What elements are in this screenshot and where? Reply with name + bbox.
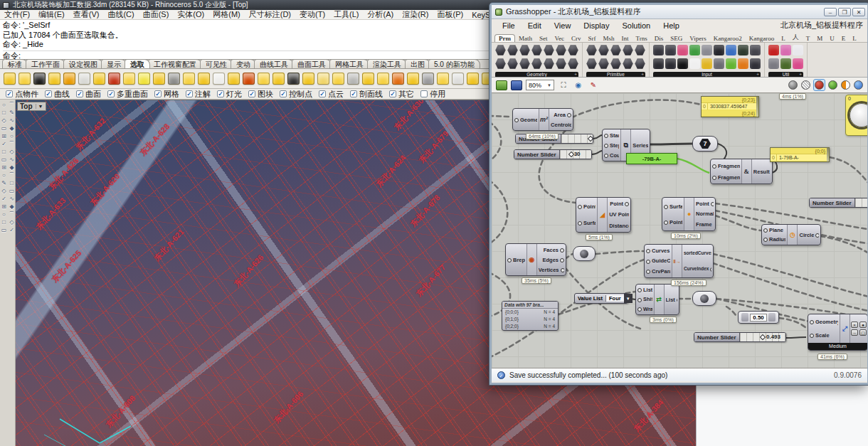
side-toolbar-icon[interactable]: ∿ bbox=[8, 156, 16, 164]
side-toolbar-icon[interactable]: □ bbox=[0, 148, 8, 156]
output-port[interactable]: UV Point bbox=[609, 211, 629, 218]
gh-title-bar[interactable]: Grasshopper - 北京机场_铝板提料程序 – ❐ ✕ bbox=[492, 5, 867, 19]
rhino-toolbar-icon[interactable] bbox=[123, 73, 135, 85]
viewport-title[interactable]: Top▼ bbox=[17, 102, 46, 111]
output-port[interactable]: Distance bbox=[609, 223, 629, 229]
gh-category-tab[interactable]: Prm bbox=[494, 34, 515, 42]
side-toolbar-icon[interactable]: ✓ bbox=[0, 195, 8, 203]
input-port[interactable]: Plane bbox=[763, 227, 785, 233]
input-icon[interactable] bbox=[738, 58, 748, 69]
side-toolbar-icon[interactable]: □ bbox=[0, 218, 8, 226]
side-toolbar-icon[interactable]: ◆ bbox=[8, 124, 16, 132]
side-toolbar-icon[interactable]: ▭ bbox=[8, 187, 16, 195]
gh-category-tab[interactable]: SEG bbox=[667, 35, 686, 42]
geometry-icon[interactable] bbox=[495, 58, 506, 69]
rhino-menu-item[interactable]: 渲染(R) bbox=[398, 9, 433, 20]
side-toolbar-icon[interactable]: ⌒ bbox=[8, 171, 16, 179]
rhino-toolbar-tab[interactable]: 标准 bbox=[2, 60, 28, 68]
number-param[interactable]: 0.50 bbox=[738, 311, 779, 324]
side-toolbar-icon[interactable]: ⊞ bbox=[0, 203, 8, 211]
geometry-icon[interactable] bbox=[556, 45, 566, 55]
rhino-toolbar-tab[interactable]: 工作视窗配置 bbox=[148, 60, 202, 68]
gh-menu-file[interactable]: File bbox=[496, 21, 522, 30]
geometry-icon[interactable] bbox=[544, 58, 554, 69]
rhino-toolbar-tab[interactable]: 可见性 bbox=[200, 60, 233, 68]
rhino-menu-item[interactable]: 尺寸标注(D) bbox=[245, 9, 295, 20]
rhino-toolbar-icon[interactable] bbox=[198, 73, 210, 85]
rhino-menu-item[interactable]: 网格(M) bbox=[208, 9, 245, 20]
rhino-toolbar-tab[interactable]: 网格工具 bbox=[329, 60, 369, 68]
rhino-toolbar-icon[interactable] bbox=[287, 73, 300, 85]
input-port[interactable]: Point bbox=[578, 203, 596, 210]
util-icon[interactable] bbox=[793, 45, 803, 55]
rhino-toolbar-icon[interactable] bbox=[258, 73, 270, 85]
rhino-toolbar-icon[interactable] bbox=[48, 73, 60, 85]
input-icon[interactable] bbox=[653, 58, 664, 69]
rhino-toolbar-tab[interactable]: 工作平面 bbox=[26, 60, 65, 68]
side-toolbar-icon[interactable]: ∿ bbox=[8, 195, 16, 203]
rhino-toolbar-icon[interactable] bbox=[63, 73, 75, 85]
gh-category-tab[interactable]: Kangaroo2 bbox=[710, 35, 746, 42]
gh-category-tab[interactable]: Math bbox=[515, 35, 536, 42]
input-port[interactable]: Geometry bbox=[810, 319, 838, 325]
surface-closest-point-component[interactable]: PointSurface ◢ PointUV PointDistance bbox=[576, 197, 631, 233]
input-port[interactable]: Fragment A bbox=[712, 163, 740, 169]
input-icon[interactable] bbox=[689, 58, 700, 69]
input-icon[interactable] bbox=[726, 45, 736, 55]
geometry-icon[interactable] bbox=[519, 58, 530, 69]
geometry-icon[interactable] bbox=[531, 58, 542, 69]
save-file-button[interactable] bbox=[511, 80, 522, 90]
input-port[interactable]: Start bbox=[604, 132, 619, 139]
rhino-toolbar-icon[interactable] bbox=[272, 73, 285, 85]
grasshopper-window[interactable]: Grasshopper - 北京机场_铝板提料程序 – ❐ ✕ File Edi… bbox=[489, 3, 868, 385]
shift-list-component[interactable]: ListShiftWrap ⇄ List bbox=[635, 284, 679, 315]
side-toolbar-icon[interactable]: ✎ bbox=[8, 109, 16, 117]
sketch-pen-button[interactable]: ✎ bbox=[588, 80, 599, 90]
rhino-menu-item[interactable]: 曲线(C) bbox=[103, 9, 138, 20]
checkbox[interactable]: ✓ bbox=[319, 90, 326, 97]
primitive-icon[interactable] bbox=[610, 45, 621, 55]
input-port[interactable]: Shift bbox=[637, 296, 652, 302]
geometry-icon[interactable] bbox=[531, 45, 542, 55]
gh-category-tab[interactable]: L bbox=[778, 35, 789, 42]
util-icon[interactable] bbox=[780, 58, 791, 69]
rhino-toolbar-icon[interactable] bbox=[138, 73, 150, 85]
rhino-menu-item[interactable]: 面板(P) bbox=[433, 9, 467, 20]
input-port[interactable]: Step bbox=[604, 142, 619, 149]
side-toolbar-icon[interactable]: ◇ bbox=[0, 117, 8, 124]
output-port[interactable]: Point bbox=[696, 201, 714, 207]
side-toolbar-icon[interactable]: □ bbox=[0, 109, 8, 117]
rhino-toolbar-icon[interactable] bbox=[407, 73, 419, 85]
input-port[interactable]: CrvParam bbox=[646, 268, 670, 275]
side-toolbar-icon[interactable]: ⊞ bbox=[0, 164, 8, 171]
minimize-button[interactable]: – bbox=[824, 8, 837, 16]
input-icon[interactable] bbox=[714, 58, 724, 69]
input-port[interactable]: Wrap bbox=[637, 306, 652, 312]
rhino-menu-item[interactable]: 实体(O) bbox=[173, 9, 208, 20]
slider-track[interactable]: 30 bbox=[560, 150, 591, 159]
rhino-toolbar-icon[interactable] bbox=[347, 73, 359, 85]
input-port[interactable]: Surface bbox=[664, 203, 682, 210]
slider-track[interactable] bbox=[561, 134, 593, 143]
osnap-item[interactable]: ✓其它 bbox=[389, 89, 414, 100]
primitive-icon[interactable] bbox=[623, 58, 633, 69]
checkbox[interactable]: ✓ bbox=[107, 90, 115, 97]
preview-wireframe-gem-button[interactable] bbox=[801, 80, 810, 90]
rhino-menu-item[interactable]: 查看(V) bbox=[69, 9, 104, 20]
slider-grip[interactable] bbox=[760, 334, 766, 340]
checkbox[interactable]: ✓ bbox=[154, 90, 162, 97]
rhino-toolbar-tab[interactable]: 曲线工具 bbox=[254, 60, 294, 68]
input-port[interactable]: Brep bbox=[507, 257, 525, 263]
osnap-item[interactable]: ✓注解 bbox=[186, 89, 211, 100]
data-viewer-panel[interactable]: Data with 97 bra... {0;0;0}N = 4 {0;1;0}… bbox=[502, 301, 559, 331]
primitive-icon[interactable] bbox=[586, 45, 597, 55]
rhino-menu-item[interactable]: 编辑(E) bbox=[34, 9, 69, 20]
rhino-toolbar-icon[interactable] bbox=[228, 73, 240, 85]
circle-component[interactable]: PlaneRadius ◷ Circle bbox=[761, 224, 821, 245]
input-icon[interactable] bbox=[665, 58, 676, 69]
rhino-menu-item[interactable]: 分析(A) bbox=[364, 9, 398, 20]
gh-category-tab[interactable]: Dis bbox=[651, 35, 667, 42]
gh-category-tab[interactable]: Msh bbox=[600, 35, 618, 42]
geometry-icon[interactable] bbox=[556, 58, 566, 69]
input-port[interactable]: Fragment B bbox=[712, 174, 740, 181]
